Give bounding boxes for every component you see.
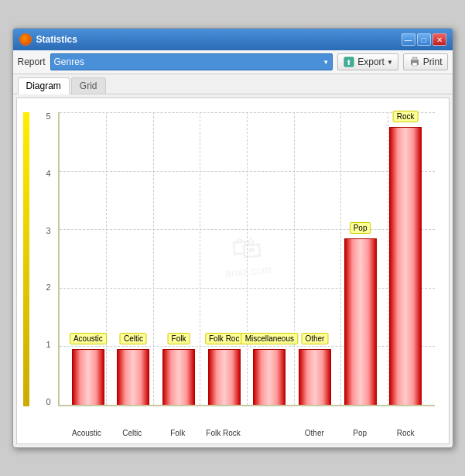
export-label: Export [357,57,385,67]
y-label-2: 2 [46,283,51,292]
bar-group-folkrock: Folk Roc [203,112,245,405]
tabs-bar: Diagram Grid [13,74,453,94]
bar-acoustic: Acoustic [72,349,104,405]
print-label: Print [423,57,443,67]
tab-diagram[interactable]: Diagram [18,77,70,94]
close-button[interactable]: ✕ [433,33,446,46]
bar-label-other: Other [301,333,328,344]
chart-container: 5 4 3 2 1 0 [23,104,443,437]
svg-text:⬆: ⬆ [346,59,352,67]
title-bar: Statistics — □ ✕ [13,29,453,50]
y-axis: 5 4 3 2 1 0 [46,112,51,406]
bar-pop: Pop [344,238,377,405]
y-label-0: 0 [46,398,51,406]
x-labels: Acoustic Celtic Folk Folk Rock Other Pop… [58,429,435,437]
minimize-button[interactable]: — [402,33,415,46]
export-button[interactable]: ⬆ Export ▼ [337,53,398,70]
chart-area: 5 4 3 2 1 0 [16,98,450,444]
x-label-other: Other [293,429,336,437]
export-arrow-icon: ▼ [387,59,393,66]
toolbar: Report Genres ▼ ⬆ Export ▼ [13,50,453,74]
x-label-folk: Folk [156,429,199,437]
svg-rect-3 [412,57,417,60]
x-label-rock: Rock [385,429,427,437]
maximize-button[interactable]: □ [417,33,431,46]
bar-folk: Folk [162,349,195,405]
y-label-1: 1 [46,341,51,349]
bar-other: Other [299,349,331,405]
bar-rock: Rock [389,127,422,405]
bar-group-celtic: Celtic [112,112,155,405]
bar-label-pop: Pop [350,222,371,234]
bar-label-rock: Rock [393,111,419,122]
title-buttons: — □ ✕ [402,33,446,46]
bar-group-rock: Rock [385,112,427,405]
dropdown-arrow-icon: ▼ [323,59,329,66]
bar-group-acoustic: Acoustic [67,112,110,405]
bar-label-acoustic: Acoustic [70,333,107,344]
bar-group-folk: Folk [158,112,200,405]
report-value: Genres [54,57,84,67]
window-title: Statistics [36,34,77,45]
bar-group-pop: Pop [339,112,381,405]
print-icon [409,56,421,68]
x-label-acoustic: Acoustic [66,429,108,437]
bar-folkrock: Folk Roc [208,349,241,405]
export-icon: ⬆ [343,56,355,68]
y-label-5: 5 [46,112,51,121]
y-label-4: 4 [46,170,51,178]
x-label-folkrock: Folk Rock [202,429,244,437]
x-label-pop: Pop [339,429,381,437]
bar-label-folkrock: Folk Roc [205,333,243,344]
bar-group-other: Other [294,112,337,405]
report-dropdown[interactable]: Genres ▼ [50,53,333,70]
tab-grid[interactable]: Grid [71,77,106,94]
app-icon [19,33,32,46]
bars-container: Acoustic Celtic Folk [60,112,435,405]
chart-plot: 🛍 anxz.com Acoustic Celtic [58,112,435,406]
title-bar-left: Statistics [19,33,77,46]
x-label-celtic: Celtic [111,429,153,437]
bar-group-misc: Miscellaneous [248,112,291,405]
bar-celtic: Celtic [117,349,149,405]
y-label-3: 3 [46,227,51,235]
main-window: Statistics — □ ✕ Report Genres ▼ ⬆ Expor… [12,28,453,448]
report-label: Report [18,57,46,67]
svg-rect-4 [412,63,417,66]
bar-label-celtic: Celtic [120,333,147,344]
bar-misc: Miscellaneous [253,349,285,405]
bar-label-misc: Miscellaneous [241,333,298,344]
bar-label-folk: Folk [168,333,190,344]
print-button[interactable]: Print [403,53,448,70]
yellow-accent-bar [23,112,29,406]
